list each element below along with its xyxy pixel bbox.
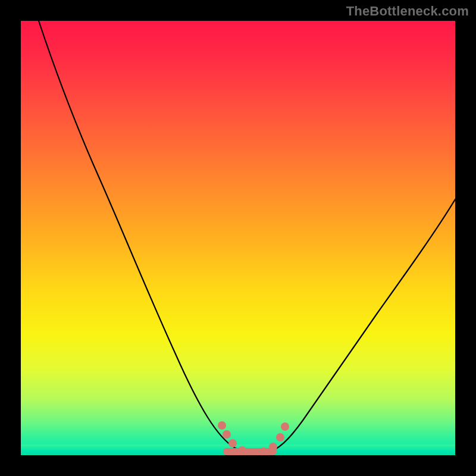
curve-marker [269,443,277,451]
chart-frame: TheBottleneck.com [0,0,476,476]
curve-marker [238,446,246,455]
curve-marker [281,422,289,431]
curve-marker [223,430,231,439]
watermark-text: TheBottleneck.com [346,4,469,19]
curve-marker [228,439,237,447]
curve-marker [218,421,226,430]
curve-marker [276,433,284,441]
bottleneck-curve-svg [21,21,455,455]
bottleneck-curve [39,21,455,453]
plot-area [21,21,455,455]
